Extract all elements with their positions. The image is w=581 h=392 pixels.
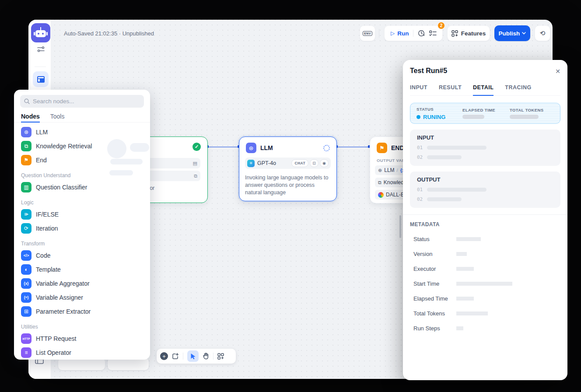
tab-detail[interactable]: DETAIL bbox=[473, 84, 494, 95]
zoom-control-button[interactable] bbox=[58, 358, 105, 370]
variable-aggregator-icon: {x} bbox=[21, 278, 32, 289]
if-else-branch-icon: ⋔ bbox=[21, 209, 32, 220]
pointer-mode-button[interactable] bbox=[187, 350, 199, 362]
section-logic: Logic bbox=[14, 194, 150, 207]
features-button[interactable]: Features bbox=[447, 25, 490, 41]
value-skeleton bbox=[456, 267, 474, 271]
node-panel-tabs: Nodes Tools bbox=[14, 108, 150, 122]
metadata-row-start-time: Start Time bbox=[410, 280, 560, 287]
status-label: STATUS bbox=[416, 107, 462, 112]
copy-icon: ⧉ bbox=[194, 173, 197, 179]
add-node-button[interactable]: + bbox=[160, 352, 168, 360]
search-input[interactable]: Search nodes... bbox=[20, 95, 144, 108]
knowledge-retrieval-icon: ⧉ bbox=[21, 141, 32, 151]
play-icon: ▷ bbox=[391, 30, 395, 36]
checklist-icon[interactable] bbox=[429, 30, 437, 37]
metadata-row-executor: Executor bbox=[410, 266, 560, 272]
run-panel-title: Test Run#5 bbox=[410, 67, 447, 75]
publish-button[interactable]: Publish bbox=[494, 25, 530, 41]
tab-result[interactable]: RESULT bbox=[439, 84, 462, 95]
metadata-row-elapsed-time: Elapsed Time bbox=[410, 295, 560, 302]
env-icon: ENV bbox=[363, 31, 372, 36]
app-logo-robot-icon[interactable] bbox=[31, 23, 50, 42]
toolbar-divider bbox=[379, 29, 379, 38]
node-item-template[interactable]: ◐ Template bbox=[14, 262, 150, 276]
value-skeleton bbox=[456, 252, 467, 256]
node-item-parameter-extractor[interactable]: ⊞ Parameter Extractor bbox=[14, 304, 150, 318]
window-icon bbox=[37, 76, 45, 83]
autosave-status-text: Auto-Saved 21:02:35 · Unpublished bbox=[64, 30, 154, 37]
edge-start-to-llm bbox=[208, 147, 239, 147]
node-item-iteration[interactable]: ⟳ Iteration bbox=[14, 221, 150, 235]
total-tokens-skeleton bbox=[510, 115, 539, 119]
robot-antenna bbox=[40, 27, 41, 30]
input-card: INPUT 01 02 bbox=[410, 130, 560, 166]
robot-icon: ⊡ bbox=[310, 159, 318, 167]
list-operator-icon: ≡ bbox=[21, 347, 32, 358]
output-card: OUTPUT 01 02 bbox=[410, 172, 560, 208]
success-check-icon: ✓ bbox=[192, 143, 201, 151]
node-item-knowledge-retrieval[interactable]: ⧉ Knowledge Retrieval bbox=[14, 139, 150, 153]
features-grid-icon bbox=[452, 30, 458, 37]
section-transform: Transform bbox=[14, 235, 150, 248]
node-item-end[interactable]: ⚑ End bbox=[14, 153, 150, 167]
node-item-llm[interactable]: ⊛ LLM bbox=[14, 125, 150, 139]
run-history-clock-icon[interactable] bbox=[418, 30, 425, 37]
value-skeleton bbox=[456, 312, 488, 315]
end-icon: ⚑ bbox=[377, 143, 387, 153]
node-item-list-operator[interactable]: ≡ List Operator bbox=[14, 346, 150, 360]
node-item-variable-assigner[interactable]: (=) Variable Assigner bbox=[14, 290, 150, 304]
total-tokens-label: TOTAL TOKENS bbox=[510, 108, 554, 112]
close-icon[interactable]: ✕ bbox=[555, 68, 560, 75]
http-request-icon: HTTP bbox=[21, 333, 32, 344]
metadata-row-status: Status bbox=[410, 236, 560, 242]
llm-model-selector[interactable]: ✳ GPT-4o CHAT ⊡ ◉ bbox=[245, 158, 331, 169]
canvas-control-button[interactable] bbox=[108, 358, 149, 370]
llm-icon: ⊛ bbox=[246, 143, 256, 153]
search-placeholder: Search nodes... bbox=[33, 98, 74, 105]
dalle-icon bbox=[378, 192, 384, 198]
section-utilities: Utilities bbox=[14, 318, 150, 332]
canvas-scrollbar-thumb[interactable] bbox=[399, 215, 401, 238]
node-item-question-classifier[interactable]: ▥ Question Classifier bbox=[14, 180, 150, 194]
vision-eye-icon: ◉ bbox=[320, 159, 329, 167]
output-label: OUTPUT bbox=[417, 176, 553, 183]
node-list: ⊛ LLM ⧉ Knowledge Retrieval ⚑ End Questi… bbox=[14, 122, 150, 360]
node-item-code[interactable]: </> Code bbox=[14, 248, 150, 262]
cursor-icon bbox=[190, 353, 196, 359]
tab-input[interactable]: INPUT bbox=[410, 84, 427, 95]
value-skeleton bbox=[456, 326, 463, 330]
add-note-button[interactable] bbox=[172, 353, 179, 360]
run-button-group: ▷ Run bbox=[384, 25, 443, 41]
node-item-variable-aggregator[interactable]: {x} Variable Aggregator bbox=[14, 276, 150, 290]
tab-tools[interactable]: Tools bbox=[50, 113, 65, 122]
template-icon: ◐ bbox=[21, 264, 32, 275]
openai-icon: ✳ bbox=[247, 160, 255, 167]
version-history-button[interactable]: ⟲ bbox=[535, 25, 550, 41]
tab-nodes[interactable]: Nodes bbox=[21, 113, 40, 122]
node-item-if-else[interactable]: ⋔ IF/ELSE bbox=[14, 207, 150, 221]
organize-nodes-button[interactable] bbox=[217, 353, 224, 360]
search-icon bbox=[24, 98, 30, 104]
env-variables-button[interactable]: ENV bbox=[360, 25, 375, 41]
run-button[interactable]: Run bbox=[397, 30, 409, 37]
parameter-extractor-icon: ⊞ bbox=[21, 306, 32, 317]
hand-mode-button[interactable] bbox=[203, 353, 209, 360]
metadata-row-run-steps: Run Steps bbox=[410, 325, 560, 332]
output-line-skeleton bbox=[427, 197, 462, 201]
tab-tracing[interactable]: TRACING bbox=[505, 84, 531, 95]
value-skeleton bbox=[456, 282, 512, 286]
sidebar-preview-window-button[interactable] bbox=[33, 71, 49, 87]
panel-divider bbox=[403, 214, 567, 215]
elapsed-time-skeleton bbox=[462, 115, 484, 119]
workflow-settings-sliders-icon[interactable] bbox=[37, 46, 45, 52]
chevron-down-icon bbox=[522, 32, 526, 35]
variable-assigner-icon: (=) bbox=[21, 292, 32, 303]
history-restore-icon: ⟲ bbox=[540, 29, 546, 37]
node-item-http-request[interactable]: HTTP HTTP Request bbox=[14, 332, 150, 346]
node-search-panel: Search nodes... Nodes Tools ⊛ LLM ⧉ Know… bbox=[14, 90, 150, 360]
question-classifier-icon: ▥ bbox=[21, 182, 32, 192]
code-icon: </> bbox=[21, 250, 32, 261]
metadata-row-version: Version bbox=[410, 251, 560, 257]
running-spinner-icon bbox=[323, 145, 330, 151]
